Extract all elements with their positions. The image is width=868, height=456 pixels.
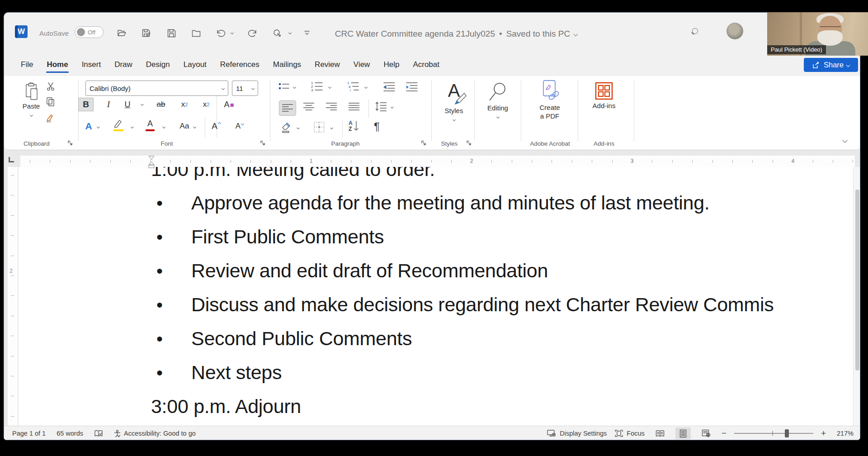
tab-selector-icon[interactable] (9, 157, 14, 162)
save-as-icon[interactable] (141, 28, 152, 38)
share-button[interactable]: Share (804, 58, 858, 72)
tab-acrobat[interactable]: Acrobat (406, 53, 446, 76)
read-mode-button[interactable] (652, 428, 668, 439)
grow-font-button[interactable]: A (208, 119, 224, 133)
word-count[interactable]: 65 words (57, 430, 83, 437)
decrease-indent-button[interactable] (383, 81, 396, 91)
customize-quick-access-icon[interactable] (302, 28, 312, 38)
align-center-button[interactable] (303, 102, 314, 111)
page-count[interactable]: Page 1 of 1 (12, 430, 46, 437)
bold-button[interactable]: B (78, 98, 94, 111)
highlight-color-button[interactable] (111, 119, 126, 132)
tab-references[interactable]: References (213, 53, 266, 76)
cut-button[interactable] (46, 81, 56, 91)
format-painter-button[interactable] (46, 112, 57, 123)
borders-dropdown-icon[interactable] (330, 126, 333, 129)
shading-dropdown-icon[interactable] (297, 126, 300, 129)
increase-indent-button[interactable] (406, 81, 418, 91)
web-layout-button[interactable] (698, 428, 714, 439)
open-icon[interactable] (116, 28, 127, 38)
numbering-dropdown-icon[interactable] (328, 86, 331, 89)
highlight-dropdown-icon[interactable] (131, 125, 134, 128)
numbering-button[interactable]: 123 (311, 81, 323, 92)
font-color-dropdown-icon[interactable] (162, 125, 165, 128)
doc-line[interactable]: •Second Public Comments (19, 322, 853, 356)
tab-help[interactable]: Help (377, 53, 406, 76)
clipboard-dialog-launcher-icon[interactable] (67, 140, 73, 146)
tab-design[interactable]: Design (139, 53, 177, 76)
doc-line[interactable]: 3:00 p.m. Adjourn (19, 390, 853, 423)
scrollbar-thumb[interactable] (855, 190, 859, 370)
styles-button[interactable]: A Styles (438, 81, 470, 123)
zoom-slider-handle[interactable] (785, 429, 789, 437)
borders-button[interactable] (313, 121, 325, 133)
doc-line[interactable]: 1:00 p.m. Meeting called to order. (19, 167, 853, 186)
font-size-combobox[interactable]: 11 (232, 81, 258, 96)
editing-button[interactable]: Editing (480, 81, 516, 120)
change-case-button[interactable]: Aa (177, 119, 192, 133)
document-page[interactable]: 1:00 p.m. Meeting called to order. •Appr… (19, 167, 853, 426)
line-spacing-dropdown-icon[interactable] (391, 105, 394, 109)
focus-button[interactable]: Focus (614, 429, 645, 437)
doc-line[interactable]: •Approve agenda for the meeting and minu… (19, 186, 853, 220)
account-avatar[interactable] (726, 23, 743, 39)
tab-mailings[interactable]: Mailings (266, 53, 308, 76)
doc-line[interactable]: •Next steps (19, 356, 853, 390)
change-case-dropdown-icon[interactable] (193, 125, 196, 128)
touch-mode-dropdown-icon[interactable] (288, 31, 292, 34)
underline-dropdown-icon[interactable] (141, 103, 144, 106)
tab-home[interactable]: Home (40, 53, 75, 76)
create-pdf-button[interactable]: Create a PDF (526, 80, 573, 120)
save-icon[interactable] (166, 28, 177, 38)
participant-video[interactable]: Paul Pickett (Video) (767, 12, 868, 56)
align-left-button[interactable] (279, 100, 296, 116)
shrink-font-button[interactable]: A (232, 119, 247, 133)
proofing-icon[interactable] (94, 430, 103, 437)
copy-button[interactable] (46, 97, 55, 107)
tab-insert[interactable]: Insert (75, 53, 108, 76)
doc-line[interactable]: •First Public Comments (19, 220, 853, 254)
tab-layout[interactable]: Layout (177, 53, 213, 76)
accessibility-status[interactable]: Accessibility: Good to go (114, 430, 196, 437)
show-formatting-button[interactable]: ¶ (374, 120, 380, 133)
align-right-button[interactable] (326, 102, 337, 111)
vertical-ruler[interactable]: 2 (8, 167, 18, 426)
addins-button[interactable]: Add-ins (583, 81, 625, 109)
tab-review[interactable]: Review (308, 53, 347, 76)
underline-button[interactable]: U (122, 98, 133, 111)
redo-icon[interactable] (247, 28, 258, 38)
print-layout-button[interactable] (675, 428, 691, 439)
tab-view[interactable]: View (347, 53, 377, 76)
sort-button[interactable]: AZ (349, 120, 359, 132)
horizontal-ruler[interactable]: 1 2 3 4 (20, 156, 855, 167)
zoom-out-button[interactable]: − (722, 428, 726, 438)
zoom-slider[interactable] (734, 433, 813, 434)
italic-button[interactable]: I (103, 98, 114, 111)
styles-dialog-launcher-icon[interactable] (466, 140, 472, 146)
doc-line[interactable]: •Discuss and make decisions regarding ne… (19, 288, 853, 322)
new-folder-icon[interactable] (191, 28, 202, 38)
text-effects-dropdown-icon[interactable] (97, 125, 100, 128)
multilevel-dropdown-icon[interactable] (364, 86, 368, 89)
word-app-icon[interactable]: W (15, 25, 28, 38)
indent-markers[interactable] (148, 156, 155, 169)
shading-button[interactable] (281, 121, 292, 133)
vertical-scrollbar[interactable] (853, 167, 860, 426)
autosave-toggle[interactable]: Off (75, 26, 104, 38)
font-color-button[interactable]: A (143, 119, 157, 132)
superscript-button[interactable]: x2 (199, 98, 213, 111)
text-effects-button[interactable]: A (82, 119, 95, 133)
zoom-in-button[interactable]: + (821, 428, 826, 438)
subscript-button[interactable]: x2 (178, 98, 191, 111)
collapse-ribbon-icon[interactable] (842, 138, 847, 142)
multilevel-list-button[interactable]: 1ai (347, 81, 359, 92)
paste-button[interactable]: Paste (18, 81, 45, 135)
tab-file[interactable]: File (14, 53, 40, 76)
touch-mouse-mode-icon[interactable] (272, 28, 283, 38)
undo-dropdown-icon[interactable] (231, 31, 234, 34)
line-spacing-button[interactable] (375, 101, 387, 111)
search-icon[interactable] (691, 27, 700, 36)
undo-icon[interactable] (215, 28, 226, 38)
bullets-dropdown-icon[interactable] (293, 86, 296, 89)
bullets-button[interactable] (278, 81, 290, 91)
